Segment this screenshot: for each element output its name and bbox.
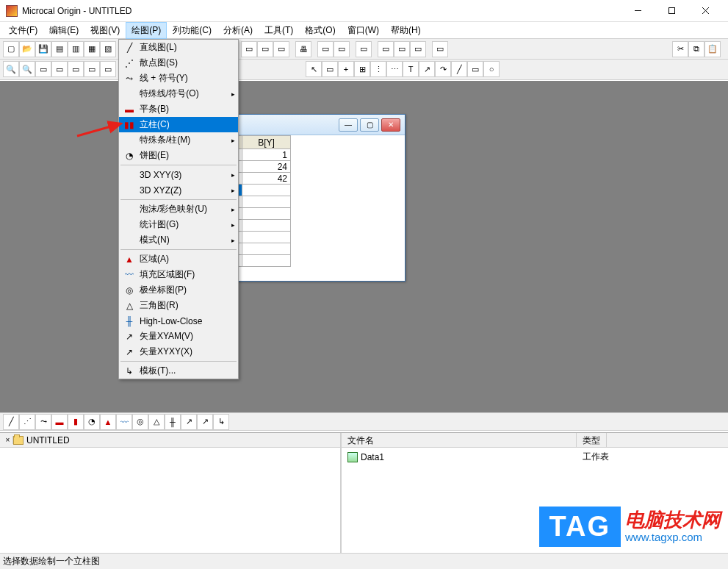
menu-help[interactable]: 帮助(H)	[385, 22, 427, 39]
menu-format[interactable]: 格式(O)	[299, 22, 341, 39]
menu-polar[interactable]: ◎极坐标图(P)	[119, 282, 238, 298]
paste-icon[interactable]: 📋	[704, 41, 721, 57]
curve-icon[interactable]: ↷	[435, 61, 451, 77]
new-graph-icon[interactable]: ▥	[68, 41, 84, 57]
plot-vector2-icon[interactable]: ↗	[197, 414, 213, 430]
cut-icon[interactable]: ✂	[672, 41, 688, 57]
plot-line-icon[interactable]: ╱	[3, 414, 19, 430]
tool-icon[interactable]: ▭	[84, 61, 100, 77]
tool-icon[interactable]: ▭	[241, 41, 257, 57]
menu-fillarea[interactable]: 〰填充区域图(F)	[119, 267, 238, 282]
plot-vector-icon[interactable]: ↗	[181, 414, 197, 430]
menu-edit[interactable]: 编辑(E)	[43, 22, 84, 39]
plot-linesymbol-icon[interactable]: ⤳	[35, 414, 51, 430]
panel-close-button[interactable]: ×	[3, 436, 13, 444]
menu-line-plot[interactable]: ╱直线图(L)	[119, 40, 238, 55]
menu-3d-xyy[interactable]: 3D XYY(3)▸	[119, 167, 238, 182]
data-close-button[interactable]: ✕	[381, 118, 400, 132]
circle-icon[interactable]: ○	[483, 61, 500, 77]
tool-icon[interactable]: ▭	[68, 61, 84, 77]
data-maximize-button[interactable]: ▢	[360, 118, 379, 132]
tool-icon[interactable]: 🔍	[19, 61, 35, 77]
tool-icon[interactable]: ⋯	[386, 61, 403, 77]
close-button[interactable]	[688, 0, 722, 22]
tree-root[interactable]: UNTITLED	[26, 435, 70, 445]
menu-line-symbol[interactable]: ⤳线 + 符号(Y)	[119, 71, 238, 86]
new-layout-icon[interactable]: ▦	[84, 41, 100, 57]
menu-area[interactable]: ▲区域(A)	[119, 251, 238, 267]
plot-column-icon[interactable]: ▮	[68, 414, 84, 430]
tool-icon[interactable]: ▭	[317, 41, 334, 57]
plot-scatter-icon[interactable]: ⋰	[19, 414, 35, 430]
col-filename[interactable]: 文件名	[342, 433, 577, 447]
plot-ternary-icon[interactable]: △	[148, 414, 165, 430]
menu-special-line[interactable]: 特殊线/符号(O)▸	[119, 86, 238, 101]
reader-icon[interactable]: +	[338, 61, 354, 77]
menu-bar[interactable]: ▬平条(B)	[119, 101, 238, 117]
text-icon[interactable]: T	[403, 61, 419, 77]
tree-body[interactable]	[0, 448, 340, 451]
tool-icon[interactable]: ▭	[51, 61, 68, 77]
new-worksheet-icon[interactable]: ▤	[51, 41, 68, 57]
column-header-b[interactable]: B[Y]	[242, 136, 291, 149]
col-type[interactable]: 类型	[577, 433, 607, 447]
tool-icon[interactable]: ⋮	[370, 61, 386, 77]
copy-icon[interactable]: ⧉	[688, 41, 704, 57]
menu-analysis[interactable]: 分析(A)	[217, 22, 259, 39]
menu-ternary[interactable]: △三角图(R)	[119, 298, 238, 313]
tool-icon[interactable]: ▭	[100, 61, 116, 77]
menu-file[interactable]: 文件(F)	[3, 22, 43, 39]
plot-pie-icon[interactable]: ◔	[84, 414, 100, 430]
tool-icon[interactable]: ▭	[334, 41, 350, 57]
list-item[interactable]: Data1 工作表	[342, 448, 728, 465]
menu-3d-xyz[interactable]: 3D XYZ(Z)▸	[119, 182, 238, 198]
menu-hlc[interactable]: ╫High-Low-Close	[119, 313, 238, 329]
menu-special-bar[interactable]: 特殊条/柱(M)▸	[119, 132, 238, 148]
plot-template-icon[interactable]: ↳	[213, 414, 229, 430]
menu-window[interactable]: 窗口(W)	[342, 22, 385, 39]
tool-icon[interactable]: ▭	[432, 41, 448, 57]
menu-view[interactable]: 视图(V)	[84, 22, 126, 39]
tool-icon[interactable]: ▭	[394, 41, 410, 57]
menu-vector-xyam[interactable]: ↗矢量XYAM(V)	[119, 329, 238, 344]
cell[interactable]: 1	[242, 149, 291, 161]
plot-fillarea-icon[interactable]: 〰	[116, 414, 132, 430]
rect-icon[interactable]: ▭	[467, 61, 483, 77]
plot-area-icon[interactable]: ▲	[100, 414, 116, 430]
data-minimize-button[interactable]: —	[339, 118, 358, 132]
print-icon[interactable]: 🖶	[295, 41, 311, 57]
menu-mode[interactable]: 模式(N)▸	[119, 232, 238, 248]
minimize-button[interactable]	[621, 0, 655, 22]
project-tree-panel[interactable]: × UNTITLED	[0, 433, 342, 553]
cell[interactable]	[242, 185, 291, 196]
menu-bubble[interactable]: 泡沫/彩色映射(U)▸	[119, 201, 238, 217]
menu-scatter-plot[interactable]: ⋰散点图(S)	[119, 55, 238, 71]
arrow-icon[interactable]: ↗	[419, 61, 435, 77]
tool-icon[interactable]: 🔍	[3, 61, 19, 77]
tool-icon[interactable]: ▭	[378, 41, 394, 57]
new-project-icon[interactable]: ▢	[3, 41, 19, 57]
cell[interactable]: 42	[242, 173, 291, 185]
menu-vector-xyxy[interactable]: ↗矢量XYXY(X)	[119, 344, 238, 359]
menu-plot[interactable]: 绘图(P)	[126, 22, 167, 39]
plot-polar-icon[interactable]: ◎	[132, 414, 148, 430]
plot-hlc-icon[interactable]: ╫	[165, 414, 181, 430]
menu-column[interactable]: 列功能(C)	[167, 22, 217, 39]
menu-template[interactable]: ↳模板(T)...	[119, 363, 238, 379]
menu-tools[interactable]: 工具(T)	[259, 22, 299, 39]
pointer-icon[interactable]: ↖	[306, 61, 322, 77]
menu-pie[interactable]: ◔饼图(E)	[119, 148, 238, 163]
open-project-icon[interactable]: 📂	[19, 41, 35, 57]
tool-icon[interactable]: ⊞	[354, 61, 370, 77]
cell[interactable]: 24	[242, 161, 291, 173]
menu-column[interactable]: ▮▮立柱(C)	[119, 117, 238, 132]
tool-icon[interactable]: ▭	[273, 41, 289, 57]
save-project-icon[interactable]: 💾	[35, 41, 51, 57]
new-notes-icon[interactable]: ▧	[100, 41, 116, 57]
menu-stats[interactable]: 统计图(G)▸	[119, 217, 238, 232]
line-icon[interactable]: ╱	[451, 61, 467, 77]
plot-bar-icon[interactable]: ▬	[51, 414, 68, 430]
maximize-button[interactable]	[655, 0, 688, 22]
tool-icon[interactable]: ▭	[410, 41, 426, 57]
tool-icon[interactable]: ▭	[356, 41, 372, 57]
